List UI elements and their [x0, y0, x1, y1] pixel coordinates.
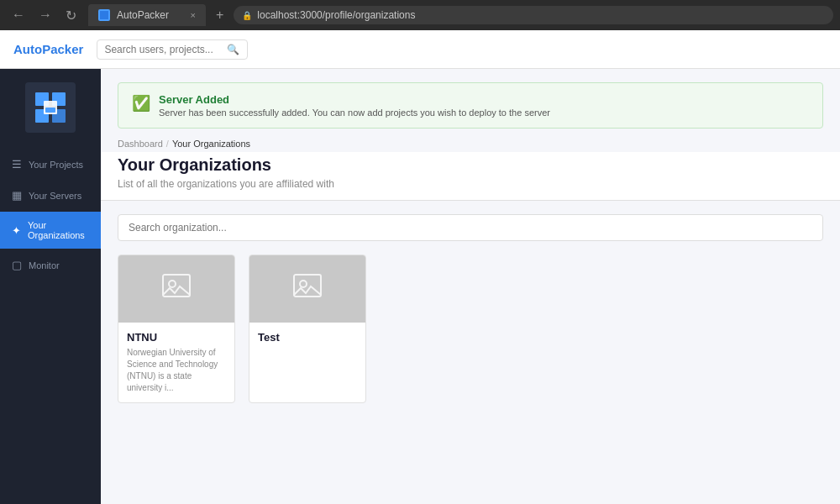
svg-rect-6	[45, 108, 55, 113]
servers-icon: ▦	[12, 189, 22, 202]
sidebar: ☰ Your Projects ▦ Your Servers ✦ Your Or…	[0, 69, 101, 504]
org-card-image-test	[249, 255, 365, 323]
page-subtitle: List of all the organizations you are af…	[118, 178, 823, 190]
monitor-icon: ▢	[12, 259, 22, 271]
success-text: Server Added Server has been successfull…	[159, 93, 550, 118]
tab-close-button[interactable]: ×	[191, 10, 196, 20]
back-button[interactable]: ←	[7, 6, 30, 25]
address-bar[interactable]: 🔒 localhost:3000/profile/organizations	[234, 6, 833, 24]
sidebar-item-projects[interactable]: ☰ Your Projects	[0, 150, 101, 179]
org-card-image-ntnu	[118, 255, 234, 323]
sidebar-item-monitor[interactable]: ▢ Monitor	[0, 250, 101, 280]
main-content: ✅ Server Added Server has been successfu…	[101, 69, 840, 504]
success-message: Server has been successfully added. You …	[159, 108, 550, 118]
sidebar-item-servers[interactable]: ▦ Your Servers	[0, 181, 101, 210]
svg-point-8	[169, 281, 176, 287]
search-input[interactable]	[104, 44, 222, 55]
org-card-body-ntnu: NTNU Norwegian University of Science and…	[118, 323, 234, 402]
breadcrumb-parent[interactable]: Dashboard	[118, 139, 163, 149]
svg-rect-7	[163, 275, 190, 297]
page-title: Your Organizations	[118, 155, 823, 175]
org-card-body-test: Test	[249, 323, 365, 355]
lock-icon: 🔒	[242, 11, 252, 20]
sidebar-item-label: Your Organizations	[28, 220, 89, 240]
org-card-ntnu[interactable]: NTNU Norwegian University of Science and…	[118, 255, 235, 403]
app-body: ☰ Your Projects ▦ Your Servers ✦ Your Or…	[0, 69, 840, 504]
breadcrumb-current: Your Organizations	[172, 139, 250, 149]
sidebar-nav: ☰ Your Projects ▦ Your Servers ✦ Your Or…	[0, 146, 101, 283]
org-card-name-ntnu: NTNU	[127, 331, 226, 344]
nav-buttons: ← → ↻	[7, 6, 81, 25]
svg-rect-0	[100, 11, 108, 19]
projects-icon: ☰	[12, 158, 22, 171]
sidebar-item-organizations[interactable]: ✦ Your Organizations	[0, 212, 101, 249]
org-card-desc-ntnu: Norwegian University of Science and Tech…	[127, 347, 226, 394]
success-banner: ✅ Server Added Server has been successfu…	[118, 82, 823, 129]
new-tab-button[interactable]: +	[213, 8, 227, 23]
browser-tab[interactable]: AutoPacker ×	[88, 4, 206, 26]
sidebar-item-label: Your Projects	[29, 160, 83, 170]
refresh-button[interactable]: ↻	[60, 6, 81, 25]
search-box[interactable]: 🔍	[97, 39, 248, 60]
breadcrumb: Dashboard / Your Organizations	[101, 129, 840, 152]
app-logo[interactable]: AutoPacker	[13, 42, 83, 56]
sidebar-item-label: Your Servers	[29, 191, 81, 201]
image-placeholder-icon	[161, 273, 192, 306]
org-grid: NTNU Norwegian University of Science and…	[118, 255, 823, 403]
image-placeholder-icon-test	[292, 273, 323, 306]
content-area: NTNU Norwegian University of Science and…	[101, 214, 840, 403]
breadcrumb-separator: /	[166, 139, 169, 149]
sidebar-logo	[25, 82, 76, 133]
svg-rect-9	[294, 275, 321, 297]
app-header: AutoPacker 🔍	[0, 30, 840, 69]
org-card-test[interactable]: Test	[249, 255, 366, 403]
tab-favicon	[98, 9, 110, 21]
organizations-icon: ✦	[12, 224, 21, 237]
forward-button[interactable]: →	[34, 6, 57, 25]
search-icon: 🔍	[227, 44, 239, 55]
logo-svg	[34, 91, 67, 124]
browser-chrome: ← → ↻ AutoPacker × + 🔒 localhost:3000/pr…	[0, 0, 840, 30]
tab-title: AutoPacker	[117, 9, 169, 21]
org-card-name-test: Test	[258, 331, 357, 344]
success-check-icon: ✅	[132, 94, 150, 113]
svg-point-10	[300, 281, 307, 287]
page-header: Your Organizations List of all the organ…	[101, 152, 840, 201]
search-organization-input[interactable]	[118, 214, 823, 241]
sidebar-item-label: Monitor	[29, 260, 60, 270]
success-title: Server Added	[159, 93, 550, 106]
address-text: localhost:3000/profile/organizations	[257, 9, 415, 21]
